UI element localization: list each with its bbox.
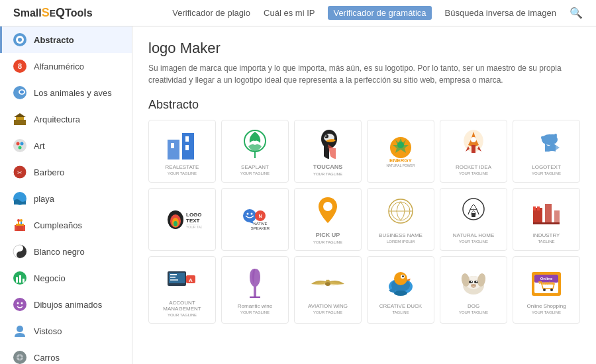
svg-rect-55 bbox=[472, 145, 475, 153]
sidebar-label-alfanumerico: Alfanumérico bbox=[34, 62, 84, 71]
svg-rect-86 bbox=[533, 222, 560, 224]
logo-card-aviation[interactable]: AVIATION WINGYOUR TAGLINE bbox=[294, 256, 362, 324]
logo-card-logotext[interactable]: LOGOTEXTYOUR TAGLINE bbox=[513, 120, 580, 183]
logo-card-rocketidea[interactable]: ROCKET IDEAYOUR TAGLINE bbox=[440, 120, 507, 183]
abstracto-icon bbox=[13, 32, 27, 47]
svg-point-14 bbox=[19, 146, 22, 150]
sidebar-item-alfanumerico[interactable]: 8 Alfanumérico bbox=[0, 53, 132, 79]
svg-text:N: N bbox=[258, 214, 262, 218]
sidebar-label-abstracto: Abstracto bbox=[34, 35, 74, 45]
svg-point-59 bbox=[554, 134, 557, 136]
page-description: Su imagen de marca que importa y lo que … bbox=[148, 62, 572, 86]
logo-card-energy[interactable]: ENERGY NATURAL POWER bbox=[367, 120, 434, 183]
sidebar-label-cumpleanos: Cumpleaños bbox=[34, 220, 82, 230]
svg-point-11 bbox=[13, 139, 26, 152]
svg-point-25 bbox=[20, 219, 23, 222]
sidebar-item-blanconegro[interactable]: Blanco negro bbox=[0, 238, 132, 265]
playa-icon bbox=[13, 191, 27, 206]
svg-point-27 bbox=[19, 247, 21, 250]
logo-card-logotext2[interactable]: LOGO TEXT YOUR TAGLINE bbox=[148, 188, 216, 251]
search-icon[interactable]: 🔍 bbox=[570, 7, 583, 19]
sidebar-item-playa[interactable]: playa bbox=[0, 185, 132, 212]
sidebar-label-negocio: Negocio bbox=[34, 273, 66, 283]
svg-rect-8 bbox=[14, 120, 26, 125]
logo-card-businessname[interactable]: BUSINESS NAMELOREM IPSUM bbox=[367, 188, 434, 251]
negocio-icon bbox=[13, 271, 27, 285]
sidebar-item-arquitectura[interactable]: Arquitectura bbox=[0, 106, 132, 132]
svg-text:SPEAKER: SPEAKER bbox=[251, 226, 270, 230]
main-layout: Abstracto 8 Alfanumérico Los animales y … bbox=[0, 26, 596, 364]
nav-gramatica[interactable]: Verificador de gramática bbox=[328, 6, 431, 20]
alfanumerico-icon: 8 bbox=[13, 59, 27, 73]
svg-point-48 bbox=[324, 134, 328, 138]
carros-icon bbox=[13, 350, 27, 364]
sidebar-item-vistoso[interactable]: Vistoso bbox=[0, 318, 132, 344]
nav-imagen[interactable]: Búsqueda inversa de imagen bbox=[445, 8, 556, 18]
art-icon bbox=[13, 138, 27, 153]
vistoso-icon bbox=[13, 324, 27, 338]
svg-point-56 bbox=[471, 137, 476, 142]
svg-point-32 bbox=[21, 302, 23, 304]
logo-grid: REALESTATEYOUR TAGLINE SEAPLANTYOUR TAGL… bbox=[148, 120, 580, 324]
logo-card-seaplant[interactable]: SEAPLANTYOUR TAGLINE bbox=[221, 120, 289, 183]
logo-card-account[interactable]: A ACCOUNTMANAGEMENTYOUR TAGLINE bbox=[148, 256, 216, 324]
svg-point-24 bbox=[17, 219, 20, 222]
logo-label-businessname: BUSINESS NAMELOREM IPSUM bbox=[379, 232, 422, 244]
sidebar-item-cumpleanos[interactable]: Cumpleaños bbox=[0, 212, 132, 238]
svg-point-69 bbox=[247, 213, 249, 215]
sidebar-item-abstracto[interactable]: Abstracto bbox=[0, 26, 132, 53]
logo-label-aviation: AVIATION WINGYOUR TAGLINE bbox=[308, 303, 348, 315]
svg-marker-10 bbox=[14, 113, 26, 117]
logo-card-pickup[interactable]: PICK UPYOUR TAGLINE bbox=[294, 188, 362, 251]
svg-text:8: 8 bbox=[18, 62, 22, 70]
svg-point-28 bbox=[19, 253, 21, 256]
svg-rect-20 bbox=[17, 225, 23, 231]
svg-rect-85 bbox=[537, 206, 540, 210]
svg-point-109 bbox=[476, 281, 477, 282]
svg-rect-21 bbox=[16, 224, 24, 226]
logo-label-naturalhome: NATURAL HOMEYOUR TAGLINE bbox=[453, 232, 495, 244]
blanconegro-icon bbox=[13, 244, 27, 259]
svg-text:TEXT: TEXT bbox=[186, 218, 200, 224]
logo-card-toucans[interactable]: TOUCANSYOUR TAGLINE bbox=[294, 120, 362, 183]
barbero-icon: ✂ bbox=[13, 165, 27, 179]
sidebar-label-animales: Los animales y aves bbox=[34, 88, 112, 98]
logo-label-realestate: REALESTATEYOUR TAGLINE bbox=[166, 164, 199, 176]
header: SmallSEQTools Verificador de plagio Cuál… bbox=[0, 0, 596, 26]
logo-card-nativespeaker[interactable]: N NATIVE SPEAKER bbox=[221, 188, 289, 251]
logo-label-creativeduck: CREATIVE DUCKTAGLINE bbox=[379, 303, 422, 315]
animales-icon bbox=[13, 85, 27, 100]
logo-label-rocketidea: ROCKET IDEAYOUR TAGLINE bbox=[456, 164, 491, 176]
svg-point-115 bbox=[550, 289, 553, 291]
sidebar-item-barbero[interactable]: ✂ Barbero bbox=[0, 159, 132, 185]
sidebar-item-animales[interactable]: Los animales y aves bbox=[0, 79, 132, 106]
page-title: logo Maker bbox=[148, 40, 580, 57]
logo-label-toucans: TOUCANSYOUR TAGLINE bbox=[313, 163, 342, 177]
svg-text:NATIVE: NATIVE bbox=[253, 222, 267, 226]
svg-rect-84 bbox=[533, 206, 536, 210]
nav-ip[interactable]: Cuál es mi IP bbox=[264, 8, 315, 18]
svg-point-63 bbox=[174, 221, 177, 226]
logo-card-wine[interactable]: Romantic wineYOUR TAGLINE bbox=[221, 256, 289, 324]
logo-card-naturalhome[interactable]: NATURAL HOMEYOUR TAGLINE bbox=[440, 188, 507, 251]
sidebar-item-negocio[interactable]: Negocio bbox=[0, 265, 132, 291]
svg-point-31 bbox=[17, 302, 19, 304]
logo-card-realestate[interactable]: REALESTATEYOUR TAGLINE bbox=[148, 120, 216, 183]
logo-card-industry[interactable]: INDUSTRYTAGLINE bbox=[513, 188, 580, 251]
logo-small: Small bbox=[13, 7, 42, 19]
logo-label-account: ACCOUNTMANAGEMENTYOUR TAGLINE bbox=[163, 300, 201, 318]
logo-card-shopping[interactable]: Online Shopping Online ShoppingYOUR TAGL… bbox=[513, 256, 580, 324]
logo-card-dog[interactable]: DOGYOUR TAGLINE bbox=[440, 256, 507, 324]
svg-point-95 bbox=[325, 282, 330, 286]
sidebar-item-carros[interactable]: Carros bbox=[0, 344, 132, 364]
sidebar-item-dibujosanimados[interactable]: Dibujos animados bbox=[0, 291, 132, 318]
svg-rect-80 bbox=[472, 213, 475, 217]
svg-point-101 bbox=[394, 291, 407, 296]
svg-rect-42 bbox=[185, 136, 189, 142]
nav-plagio[interactable]: Verificador de plagio bbox=[172, 8, 250, 18]
logo-card-creativeduck[interactable]: CREATIVE DUCKTAGLINE bbox=[367, 256, 434, 324]
svg-point-33 bbox=[17, 326, 23, 332]
sidebar-label-dibujosanimados: Dibujos animados bbox=[34, 300, 102, 310]
sidebar-item-art[interactable]: Art bbox=[0, 132, 132, 159]
svg-point-68 bbox=[243, 209, 256, 222]
